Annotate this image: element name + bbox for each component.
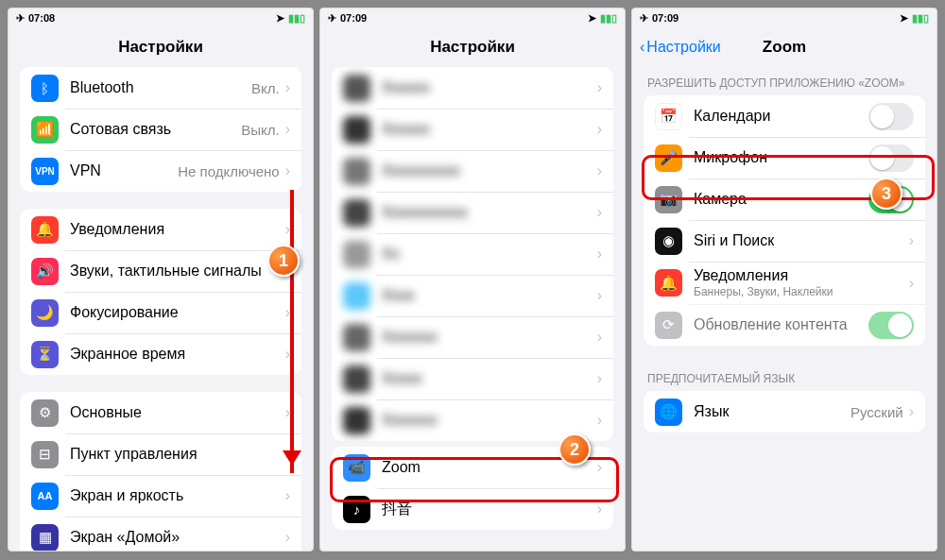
row-general[interactable]: ⚙ Основные › bbox=[20, 392, 301, 433]
chevron-icon: › bbox=[285, 487, 290, 504]
row-douyin-app[interactable]: ♪ 抖音 › bbox=[332, 488, 613, 530]
screen-1-settings: ✈ 07:08 ➤ ▮▮▯ Настройки ᛒ Bluetooth Вкл.… bbox=[8, 8, 314, 552]
battery-icon: ▮▮▯ bbox=[912, 12, 929, 25]
label: Siri и Поиск bbox=[694, 232, 903, 249]
toggle-calendars[interactable] bbox=[868, 103, 914, 130]
airplane-icon: ✈ bbox=[640, 12, 648, 25]
step-badge-1: 1 bbox=[267, 245, 300, 277]
row-display[interactable]: AA Экран и яркость › bbox=[20, 475, 301, 517]
tiktok-icon: ♪ bbox=[343, 496, 370, 523]
camera-icon: 📷 bbox=[655, 186, 682, 213]
settings-group-general: ⚙ Основные › ⊟ Пункт управления › AA Экр… bbox=[20, 392, 301, 552]
airplane-icon: ✈ bbox=[16, 12, 25, 25]
chevron-icon: › bbox=[597, 459, 602, 476]
chevron-icon: › bbox=[285, 121, 290, 138]
scroll-down-arrow bbox=[290, 190, 294, 473]
nav-header: Настройки bbox=[320, 27, 625, 67]
toggle-background-refresh[interactable] bbox=[868, 312, 914, 339]
label: Фокусирование bbox=[70, 304, 280, 321]
hourglass-icon: ⏳ bbox=[31, 341, 59, 368]
clock: 07:08 bbox=[28, 12, 55, 24]
label: Камера bbox=[694, 191, 868, 208]
row-sounds[interactable]: 🔊 Звуки, тактильные сигналы › bbox=[20, 250, 301, 292]
battery-icon: ▮▮▯ bbox=[600, 12, 617, 25]
nav-header: Настройки bbox=[9, 27, 313, 67]
speaker-icon: 🔊 bbox=[31, 258, 59, 285]
row-siri[interactable]: ◉ Siri и Поиск › bbox=[644, 220, 925, 262]
row-language[interactable]: 🌐 Язык Русский › bbox=[644, 391, 925, 433]
label: Уведомления bbox=[694, 267, 903, 284]
settings-group-connectivity: ᛒ Bluetooth Вкл. › 📶 Сотовая связь Выкл.… bbox=[20, 67, 301, 192]
chevron-icon: › bbox=[285, 529, 290, 546]
row-background-refresh[interactable]: ⟳ Обновление контента bbox=[644, 304, 925, 346]
page-title: Настройки bbox=[118, 38, 203, 57]
row-cellular[interactable]: 📶 Сотовая связь Выкл. › bbox=[20, 109, 301, 150]
badge-number: 2 bbox=[570, 440, 579, 460]
value: Русский bbox=[850, 404, 903, 420]
chevron-icon: › bbox=[285, 79, 290, 96]
page-title: Zoom bbox=[763, 38, 806, 57]
clock: 07:09 bbox=[652, 12, 679, 24]
location-icon: ➤ bbox=[900, 12, 908, 25]
toggle-microphone[interactable] bbox=[868, 144, 914, 172]
language-list: 🌐 Язык Русский › bbox=[644, 391, 925, 433]
row-focus[interactable]: 🌙 Фокусирование › bbox=[20, 292, 301, 333]
chevron-icon: › bbox=[909, 403, 914, 420]
label: VPN bbox=[70, 162, 178, 179]
step-badge-3: 3 bbox=[870, 178, 902, 210]
badge-number: 3 bbox=[882, 184, 891, 204]
step-badge-2: 2 bbox=[558, 433, 591, 466]
label: Bluetooth bbox=[70, 79, 251, 96]
settings-group-notifications: 🔔 Уведомления › 🔊 Звуки, тактильные сигн… bbox=[20, 209, 301, 375]
label: Основные bbox=[70, 404, 280, 421]
back-button[interactable]: ‹ Настройки bbox=[640, 39, 721, 56]
badge-number: 1 bbox=[279, 251, 288, 271]
aa-icon: AA bbox=[31, 483, 59, 510]
row-bluetooth[interactable]: ᛒ Bluetooth Вкл. › bbox=[20, 67, 301, 109]
tutorial-screenshot-triptych: ✈ 07:08 ➤ ▮▮▯ Настройки ᛒ Bluetooth Вкл.… bbox=[0, 0, 945, 560]
bell-icon: 🔔 bbox=[31, 216, 59, 244]
row-control-center[interactable]: ⊟ Пункт управления › bbox=[20, 433, 301, 475]
back-label: Настройки bbox=[646, 39, 720, 56]
bluetooth-icon: ᛒ bbox=[31, 75, 59, 102]
label: Сотовая связь bbox=[70, 121, 241, 138]
label: Обновление контента bbox=[694, 316, 868, 333]
chevron-icon: › bbox=[285, 162, 290, 179]
status-bar: ✈ 07:09 ➤ ▮▮▯ bbox=[320, 8, 625, 27]
section-header-language: ПРЕДПОЧИТАЕМЫЙ ЯЗЫК bbox=[632, 363, 936, 391]
chevron-icon: › bbox=[909, 275, 914, 292]
label: Язык bbox=[694, 403, 850, 420]
label: Пункт управления bbox=[70, 446, 280, 463]
switches-icon: ⊟ bbox=[31, 441, 59, 468]
refresh-icon: ⟳ bbox=[655, 312, 682, 339]
label: Zoom bbox=[382, 459, 592, 476]
value: Не подключено bbox=[178, 163, 279, 179]
sublabel: Баннеры, Звуки, Наклейки bbox=[694, 285, 903, 298]
row-screen-time[interactable]: ⏳ Экранное время › bbox=[20, 333, 301, 375]
zoom-icon: 📹 bbox=[343, 454, 370, 482]
row-vpn[interactable]: VPN VPN Не подключено › bbox=[20, 150, 301, 192]
value: Выкл. bbox=[241, 122, 279, 138]
status-bar: ✈ 07:09 ➤ ▮▮▯ bbox=[632, 8, 936, 27]
globe-icon: 🌐 bbox=[655, 399, 682, 426]
siri-icon: ◉ bbox=[655, 228, 682, 255]
label: Уведомления bbox=[70, 221, 280, 238]
row-notifications[interactable]: 🔔 Уведомления › bbox=[20, 209, 301, 250]
row-notifications[interactable]: 🔔 Уведомления Баннеры, Звуки, Наклейки › bbox=[644, 262, 925, 304]
value: Вкл. bbox=[251, 80, 280, 96]
row-microphone[interactable]: 🎤 Микрофон bbox=[644, 137, 925, 178]
permissions-list: 📅 Календари 🎤 Микрофон 📷 Камера ◉ Siri и… bbox=[644, 95, 925, 346]
vpn-icon: VPN bbox=[31, 158, 59, 185]
bell-icon: 🔔 bbox=[655, 269, 682, 297]
page-title: Настройки bbox=[430, 38, 515, 57]
label: Микрофон bbox=[694, 149, 868, 166]
grid-icon: ▦ bbox=[31, 524, 59, 552]
battery-icon: ▮▮▯ bbox=[288, 12, 305, 25]
location-icon: ➤ bbox=[588, 12, 596, 25]
status-bar: ✈ 07:08 ➤ ▮▮▯ bbox=[9, 8, 313, 27]
row-home-screen[interactable]: ▦ Экран «Домой» › bbox=[20, 517, 301, 552]
row-calendars[interactable]: 📅 Календари bbox=[644, 95, 925, 137]
label: Календари bbox=[694, 108, 868, 125]
antenna-icon: 📶 bbox=[31, 116, 59, 144]
label: Звуки, тактильные сигналы bbox=[70, 263, 280, 280]
